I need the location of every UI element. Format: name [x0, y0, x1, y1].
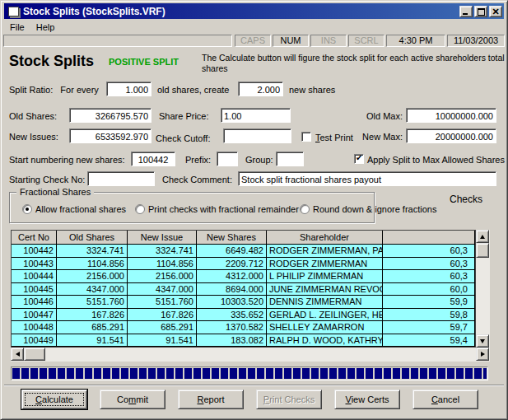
print-checks-button[interactable]: Print Checks [256, 390, 322, 409]
horizontal-scroll-thumb[interactable] [24, 348, 45, 361]
page-title: Stock Splits [9, 53, 94, 70]
print-checks-remainder-label: Print checks with fractional remainder [148, 204, 299, 214]
check-comment-input[interactable] [238, 171, 496, 186]
scroll-left-button[interactable] [11, 348, 24, 361]
status-message-panel [3, 35, 232, 47]
table-cell: 167.826 [128, 309, 197, 321]
table-cell: SHELLEY ZAMARRON [267, 321, 383, 334]
split-type-label: POSITIVE SPLIT [109, 57, 179, 67]
old-max-input[interactable] [406, 108, 496, 123]
status-num: NUM [273, 35, 309, 47]
new-max-input[interactable] [406, 128, 496, 143]
table-cell: 4312.000 [197, 270, 267, 282]
table-cell: 3324.741 [57, 245, 128, 257]
column-header[interactable]: Shareholder [267, 231, 383, 244]
scroll-down-button[interactable] [476, 334, 489, 348]
scroll-up-button[interactable] [476, 230, 489, 243]
column-header[interactable]: New Issue [128, 231, 197, 244]
table-cell: 60,3 [383, 270, 475, 282]
group-input[interactable] [276, 152, 304, 166]
vertical-scrollbar[interactable] [476, 230, 490, 348]
app-window: Stock Splits (StockSplits.VRF) ✕ File He… [0, 0, 508, 420]
minimize-icon [463, 13, 468, 15]
table-cell: 10303.520 [197, 296, 267, 308]
close-button[interactable]: ✕ [489, 6, 502, 17]
allow-fractional-radio[interactable] [22, 204, 32, 214]
apply-split-checkbox[interactable] [354, 154, 364, 164]
split-ratio-label: Split Ratio: For every [9, 85, 99, 95]
column-header[interactable]: Old Shares [57, 231, 128, 244]
checks-label: Checks [450, 194, 482, 205]
table-row[interactable]: 100448685.291685.2911370.582SHELLEY ZAMA… [12, 321, 475, 334]
grid-header: Cert NoOld SharesNew IssueNew SharesShar… [12, 231, 475, 245]
fractional-shares-group: Fractional Shares Allow fractional share… [9, 192, 375, 223]
progress-bar [11, 366, 488, 380]
test-print-label: Test Print [315, 133, 353, 142]
view-certs-button[interactable]: View Certs [334, 390, 400, 409]
status-scrl: SCRL [348, 35, 384, 47]
prefix-label: Prefix: [185, 155, 211, 165]
horizontal-scrollbar[interactable] [11, 348, 490, 362]
vertical-scroll-thumb[interactable] [476, 243, 489, 258]
cancel-button[interactable]: Cancel [412, 390, 478, 409]
table-cell: 4347.000 [57, 283, 128, 296]
table-cell: L PHILIP ZIMMERMAN [267, 270, 383, 282]
table-row[interactable]: 1004454347.0004347.0008694.000JUNE ZIMME… [12, 283, 475, 296]
check-cutoff-input[interactable] [223, 128, 291, 143]
description-text: The Calculate button will figure the sto… [202, 53, 508, 74]
share-price-label: Share Price: [159, 111, 209, 121]
table-row[interactable]: 10044991.54191.541183.082RALPH D. WOOD, … [12, 334, 475, 348]
menu-help[interactable]: Help [30, 21, 61, 34]
maximize-button[interactable] [474, 6, 487, 17]
table-row[interactable]: 1004465151.7605151.76010303.520DENNIS ZI… [12, 296, 475, 309]
table-cell: 1104.856 [57, 258, 128, 270]
column-header[interactable]: Cert No [12, 231, 57, 244]
app-icon [7, 6, 20, 16]
commit-button[interactable]: Commit [100, 390, 165, 409]
starting-check-no-label: Starting Check No: [9, 175, 85, 184]
column-header[interactable]: New Shares [197, 231, 267, 244]
table-cell: 100443 [12, 258, 57, 270]
table-cell: 2209.712 [197, 258, 267, 270]
table-row[interactable]: 1004423324.7413324.7416649.482RODGER ZIM… [12, 245, 475, 258]
minimize-button[interactable] [459, 6, 473, 17]
starting-check-no-input[interactable] [87, 171, 155, 186]
old-ratio-input[interactable] [106, 82, 151, 96]
status-ins: INS [310, 35, 347, 47]
arrow-up-icon [480, 235, 485, 239]
menu-file[interactable]: File [4, 21, 30, 34]
table-cell: 60,3 [383, 258, 475, 270]
grid-body: 1004423324.7413324.7416649.482RODGER ZIM… [12, 245, 475, 347]
print-checks-remainder-radio[interactable] [135, 204, 145, 214]
table-cell: 1370.582 [197, 321, 267, 334]
progress-fill [12, 368, 487, 379]
table-row[interactable]: 1004442156.0002156.0004312.000L PHILIP Z… [12, 270, 475, 283]
column-header[interactable] [383, 231, 475, 244]
arrow-left-icon [16, 352, 20, 357]
prefix-input[interactable] [217, 152, 238, 166]
report-button[interactable]: Report [178, 390, 244, 409]
table-cell: 100449 [12, 334, 57, 347]
calculate-button[interactable]: Calculate [21, 390, 87, 409]
table-cell: 60,0 [383, 283, 475, 296]
table-cell: 3324.741 [128, 245, 197, 257]
table-row[interactable]: 1004431104.8561104.8562209.712RODGER ZIM… [12, 258, 475, 271]
old-shares-input[interactable] [69, 108, 151, 123]
table-cell: JUNE ZIMMERMAN REVOCAB [267, 283, 383, 296]
share-price-input[interactable] [221, 108, 291, 123]
scroll-right-button[interactable] [476, 348, 489, 361]
test-print-checkbox[interactable] [301, 132, 311, 142]
group-label: Group: [245, 155, 273, 165]
new-max-label: New Max: [361, 132, 403, 142]
table-row[interactable]: 100447167.826167.826335.652GERLAD L. ZEI… [12, 309, 475, 322]
start-numbering-input[interactable] [131, 152, 175, 166]
round-down-radio[interactable] [300, 204, 310, 214]
table-cell: 60,3 [383, 245, 475, 257]
shareholder-grid: Cert NoOld SharesNew IssueNew SharesShar… [11, 230, 490, 362]
new-ratio-input[interactable] [238, 82, 283, 96]
table-cell: 91.541 [128, 334, 197, 347]
status-caps: CAPS [235, 35, 271, 47]
arrow-down-icon [480, 339, 485, 343]
new-issues-input[interactable] [69, 128, 151, 143]
status-date: 11/03/2003 [447, 35, 505, 47]
